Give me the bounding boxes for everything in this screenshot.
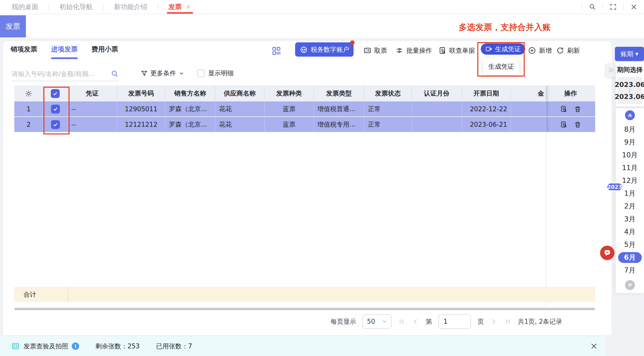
next-page-icon[interactable] bbox=[490, 318, 498, 325]
search-input[interactable] bbox=[12, 70, 111, 78]
more-conditions-button[interactable]: 更多条件 bbox=[140, 69, 184, 78]
month-item[interactable]: 10月 bbox=[618, 150, 642, 161]
chat-support-button[interactable] bbox=[600, 246, 614, 260]
page-number-input[interactable] bbox=[438, 314, 471, 329]
cell-cert-month bbox=[412, 117, 462, 132]
month-item[interactable]: 7月 bbox=[618, 265, 642, 276]
tab-separator bbox=[158, 4, 158, 10]
month-item[interactable]: 9月 bbox=[618, 137, 642, 148]
tab-expense-receipt[interactable]: 费用小票 bbox=[92, 45, 118, 59]
generate-voucher-button[interactable]: 生成凭证 bbox=[481, 43, 525, 55]
add-new-button[interactable]: 新增 bbox=[528, 44, 552, 57]
header-status[interactable]: 发票状态 bbox=[364, 85, 412, 101]
cell-status: 正常 bbox=[364, 101, 412, 116]
header-actions: 操作 bbox=[546, 85, 595, 101]
header-type[interactable]: 发票类型 bbox=[314, 85, 364, 101]
month-item[interactable]: 8月 bbox=[618, 124, 642, 135]
view-document-icon[interactable] bbox=[560, 121, 568, 128]
search-icon[interactable] bbox=[582, 3, 602, 10]
show-detail-checkbox[interactable]: 显示明细 bbox=[197, 69, 234, 78]
tab-separator bbox=[103, 4, 104, 10]
search-submit-icon[interactable] bbox=[111, 70, 119, 78]
voucher-arrow-icon bbox=[485, 45, 492, 53]
cell-invoice-no: 12121212 bbox=[117, 117, 166, 132]
horizontal-scrollbar[interactable] bbox=[14, 308, 595, 310]
view-document-icon[interactable] bbox=[560, 105, 568, 113]
top-tab-desktop[interactable]: 我的桌面 bbox=[12, 2, 38, 11]
scroll-months-up-button[interactable] bbox=[625, 110, 635, 120]
header-kind[interactable]: 发票种类 bbox=[264, 85, 314, 101]
header-seller[interactable]: 销售方名称 bbox=[166, 85, 216, 101]
accounting-period-button[interactable]: 账期 ▼ bbox=[615, 47, 644, 61]
period-range-end: 2023.06 bbox=[615, 93, 644, 100]
chevron-double-right-icon bbox=[608, 67, 614, 74]
qr-scan-icon[interactable] bbox=[272, 46, 281, 56]
link-check-documents-button[interactable]: 联查单据 bbox=[438, 44, 475, 57]
cell-voucher: -- bbox=[68, 101, 117, 116]
close-icon[interactable] bbox=[624, 3, 644, 10]
month-list-panel: 8月 9月 10月 11月 12月 1月 2月 3月 4月 5月 6月 7月 bbox=[616, 108, 644, 293]
month-item[interactable]: 2月 bbox=[618, 201, 642, 212]
tax-digital-account-button[interactable]: 税务数字账户 bbox=[295, 42, 354, 57]
per-page-label: 每页显示 bbox=[330, 317, 356, 326]
header-cert-month[interactable]: 认证月份 bbox=[412, 85, 462, 101]
period-range-box[interactable]: 2023.06 | 2023.06 bbox=[617, 77, 642, 104]
month-item[interactable]: 4月 bbox=[618, 226, 642, 237]
total-row: 合计 bbox=[14, 287, 595, 302]
select-all-checkbox[interactable] bbox=[51, 89, 60, 98]
scroll-months-down-button[interactable] bbox=[625, 280, 635, 290]
tab-close-icon[interactable]: ✕ bbox=[186, 3, 191, 10]
table-row[interactable]: 1 -- 12905011 罗森（北京... 花花 蓝票 增值税普通... 正常… bbox=[14, 101, 595, 117]
last-page-icon[interactable] bbox=[504, 318, 511, 325]
top-tab-init-nav[interactable]: 初始化导航 bbox=[60, 2, 93, 11]
invoice-check-title[interactable]: 发票查验及拍照 bbox=[24, 342, 68, 351]
trash-icon[interactable] bbox=[574, 121, 582, 128]
per-page-value: 50 bbox=[367, 318, 375, 325]
period-select-title: 期间选择 bbox=[616, 62, 644, 74]
tab-sales-invoice[interactable]: 销项发票 bbox=[10, 45, 37, 59]
month-list: 8月 9月 10月 11月 12月 1月 2月 3月 4月 5月 6月 7月 bbox=[618, 124, 642, 278]
table-row[interactable]: 2 -- 12121212 罗森（北京... 花花 蓝票 增值税专用... 正常… bbox=[14, 117, 595, 133]
chevron-double-down-icon bbox=[627, 282, 633, 288]
checkbox-unchecked[interactable] bbox=[197, 70, 205, 77]
info-icon[interactable]: ! bbox=[72, 343, 79, 350]
top-tab-invoice-active[interactable]: 发票 ✕ bbox=[168, 0, 191, 14]
collapse-panel-tab[interactable] bbox=[606, 63, 616, 77]
funnel-icon bbox=[140, 70, 148, 77]
cell-type: 增值税专用... bbox=[314, 117, 364, 132]
footer-close-icon[interactable] bbox=[590, 342, 598, 350]
batch-operations-button[interactable]: 批量操作 bbox=[396, 44, 432, 57]
header-voucher[interactable]: 凭证 bbox=[68, 85, 117, 101]
chevron-down-icon bbox=[178, 70, 184, 76]
active-tab-underline bbox=[167, 12, 193, 14]
generate-voucher-menu-item[interactable]: 生成凭证 bbox=[483, 58, 519, 75]
top-tab-new-features[interactable]: 新功能介绍 bbox=[114, 2, 147, 11]
page-prefix-label: 第 bbox=[426, 317, 432, 326]
add-new-label: 新增 bbox=[539, 46, 552, 55]
cell-voucher: -- bbox=[68, 117, 117, 132]
month-item[interactable]: 5月 bbox=[618, 239, 642, 250]
header-invoice-no[interactable]: 发票号码 bbox=[117, 85, 166, 101]
header-date[interactable]: 开票日期 bbox=[462, 85, 511, 101]
month-item[interactable]: 11月 bbox=[618, 163, 642, 173]
footer-bar: 发票查验及拍照 ! 剩余张数：253 已用张数：7 bbox=[0, 336, 605, 356]
refresh-button[interactable]: 刷新 bbox=[556, 44, 580, 57]
month-item[interactable]: 3月 bbox=[618, 214, 642, 224]
prev-page-icon[interactable] bbox=[412, 318, 419, 325]
month-item-selected[interactable]: 6月 bbox=[618, 252, 642, 263]
per-page-select[interactable]: 50 bbox=[362, 314, 392, 329]
fullscreen-icon[interactable] bbox=[603, 3, 623, 10]
row-checkbox-checked[interactable] bbox=[51, 105, 60, 114]
cell-actions bbox=[546, 101, 595, 116]
ticket-icon bbox=[364, 46, 371, 54]
pick-ticket-button[interactable]: 取票 bbox=[364, 44, 387, 57]
cell-seller: 罗森（北京... bbox=[166, 101, 216, 116]
gear-icon[interactable] bbox=[25, 90, 32, 98]
row-checkbox-checked[interactable] bbox=[51, 120, 60, 129]
header-supplier[interactable]: 供应商名称 bbox=[216, 85, 264, 101]
trash-icon[interactable] bbox=[574, 105, 582, 113]
first-page-icon[interactable] bbox=[398, 318, 405, 325]
tab-input-invoice[interactable]: 进项发票 bbox=[51, 45, 78, 59]
page-suffix-label: 页 bbox=[477, 317, 484, 326]
header-amount-truncated[interactable]: 金 bbox=[511, 85, 546, 101]
